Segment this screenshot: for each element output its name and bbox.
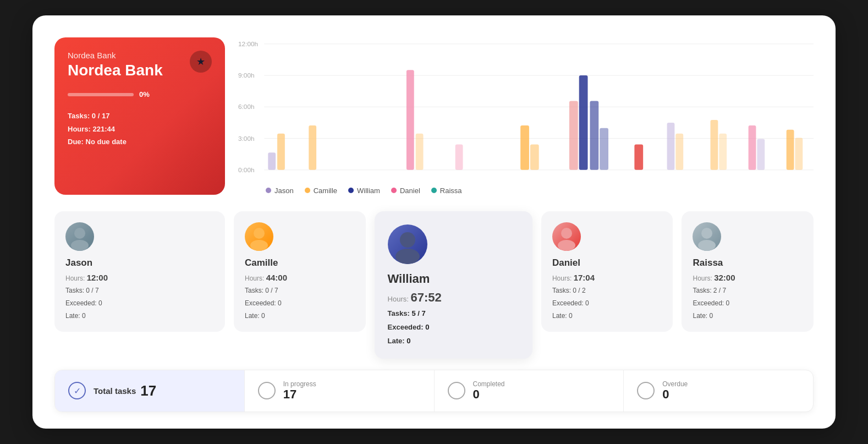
person-late-daniel: Late: 0 [552, 311, 573, 321]
person-late-william: Late: 0 [388, 336, 411, 347]
legend-label-william: William [357, 187, 380, 195]
legend-dot-daniel [391, 188, 397, 193]
person-hours-raissa: Hours: 32:00 [693, 273, 735, 282]
svg-text:6:00h: 6:00h [238, 103, 255, 111]
person-exceeded-camille: Exceeded: 0 [245, 298, 282, 309]
total-tasks-value: 17 [140, 383, 156, 399]
legend-william: William [348, 187, 380, 195]
legend-label-raissa: Raissa [440, 187, 462, 195]
legend-jason: Jason [266, 187, 294, 195]
person-tasks-william: Tasks: 5 / 7 [388, 308, 426, 320]
project-title-block: Nordea Bank Nordea Bank [68, 51, 163, 79]
svg-rect-17 [530, 145, 539, 170]
person-exceeded-jason: Exceeded: 0 [65, 298, 102, 309]
person-name-william: William [388, 272, 430, 286]
svg-rect-10 [268, 153, 276, 171]
svg-text:3:00h: 3:00h [238, 135, 255, 142]
legend-dot-william [348, 188, 354, 193]
person-exceeded-daniel: Exceeded: 0 [552, 298, 589, 309]
avatar-william [388, 224, 427, 264]
svg-rect-19 [579, 76, 588, 171]
legend-label-daniel: Daniel [400, 187, 420, 195]
top-section: Nordea Bank Nordea Bank ★ 0% Tasks: [54, 37, 814, 195]
legend-dot-raissa [431, 188, 437, 193]
avatar-raissa [693, 222, 721, 251]
person-card-camille: Camille Hours: 44:00 Tasks: 0 / 7 Exceed… [234, 211, 366, 332]
avatar-jason [65, 222, 94, 251]
avatar-daniel [552, 222, 581, 251]
person-tasks-raissa: Tasks: 2 / 7 [693, 286, 726, 296]
person-tasks-jason: Tasks: 0 / 7 [65, 286, 99, 296]
person-tasks-daniel: Tasks: 0 / 2 [552, 286, 586, 296]
avatar-camille [245, 222, 273, 251]
svg-rect-28 [757, 139, 765, 170]
person-exceeded-raissa: Exceeded: 0 [693, 298, 729, 309]
person-name-daniel: Daniel [552, 257, 580, 268]
person-name-raissa: Raissa [693, 257, 723, 268]
svg-rect-29 [787, 130, 794, 170]
star-button[interactable]: ★ [190, 51, 212, 73]
legend-label-jason: Jason [274, 187, 294, 195]
star-icon: ★ [196, 56, 205, 68]
stat-completed: Completed 0 [435, 370, 624, 411]
in-progress-label: In progress [283, 380, 316, 388]
completed-value: 0 [473, 388, 505, 401]
person-hours-jason: Hours: 12:00 [65, 273, 108, 282]
legend-camille: Camille [305, 187, 337, 195]
stat-overdue: Overdue 0 [624, 370, 813, 411]
svg-rect-30 [795, 138, 803, 170]
stat-completed-content: Completed 0 [473, 380, 505, 401]
svg-rect-16 [520, 125, 529, 170]
person-late-raissa: Late: 0 [693, 311, 713, 321]
stat-in-progress: In progress 17 [245, 370, 435, 411]
svg-point-39 [558, 240, 575, 251]
project-hours: Hours: 221:44 [68, 123, 212, 135]
completed-label: Completed [473, 380, 505, 388]
person-hours-william: Hours: 67:52 [388, 290, 442, 305]
stat-title-row: Total tasks 17 [94, 383, 156, 399]
project-subtitle: Nordea Bank [68, 51, 163, 60]
chart-wrapper: 12:00h 9:00h 6:00h 3:00h 0:00h [238, 37, 814, 181]
svg-rect-20 [590, 101, 598, 170]
svg-text:0:00h: 0:00h [238, 166, 255, 174]
project-card: Nordea Bank Nordea Bank ★ 0% Tasks: [54, 37, 225, 195]
svg-point-37 [395, 249, 420, 264]
person-late-jason: Late: 0 [65, 311, 86, 321]
in-progress-value: 17 [283, 388, 316, 401]
svg-rect-21 [600, 128, 608, 170]
svg-point-40 [701, 228, 712, 239]
circle-icon-progress [258, 382, 276, 399]
person-exceeded-william: Exceeded: 0 [388, 322, 430, 333]
person-card-daniel: Daniel Hours: 17:04 Tasks: 0 / 2 Exceede… [541, 211, 673, 332]
svg-rect-13 [406, 70, 414, 171]
svg-point-31 [74, 228, 85, 239]
svg-point-35 [250, 240, 268, 251]
stat-overdue-content: Overdue 0 [662, 380, 688, 401]
progress-section: 0% [68, 90, 212, 103]
person-name-camille: Camille [245, 257, 278, 268]
main-container: Nordea Bank Nordea Bank ★ 0% Tasks: [32, 15, 836, 428]
stat-progress-content: In progress 17 [283, 380, 316, 401]
svg-rect-18 [569, 101, 578, 170]
person-card-william: William Hours: 67:52 Tasks: 5 / 7 Exceed… [375, 211, 532, 359]
svg-point-34 [254, 228, 265, 239]
svg-rect-26 [719, 134, 727, 170]
progress-bar-container: 0% [68, 90, 212, 98]
stats-bar: ✓ Total tasks 17 In progress 17 Complete… [54, 370, 814, 412]
person-hours-daniel: Hours: 17:04 [552, 273, 595, 282]
person-tasks-camille: Tasks: 0 / 7 [245, 286, 278, 296]
total-tasks-label: Total tasks [94, 386, 136, 396]
svg-point-36 [400, 232, 415, 248]
jason-spacer: Jason Hours: 12:00 Tasks: 0 / 7 Exceeded… [54, 211, 225, 332]
svg-rect-15 [455, 145, 463, 170]
chart-area: 12:00h 9:00h 6:00h 3:00h 0:00h [238, 37, 814, 195]
project-card-header: Nordea Bank Nordea Bank ★ [68, 51, 212, 79]
svg-rect-25 [711, 120, 718, 170]
stat-total-content: Total tasks 17 [94, 383, 156, 399]
legend-dot-camille [305, 188, 310, 193]
person-hours-camille: Hours: 44:00 [245, 273, 287, 282]
svg-text:12:00h: 12:00h [238, 40, 258, 48]
progress-bar [68, 93, 134, 96]
team-row: Jason Hours: 12:00 Tasks: 0 / 7 Exceeded… [54, 211, 814, 359]
person-card-jason: Jason Hours: 12:00 Tasks: 0 / 7 Exceeded… [54, 211, 225, 332]
